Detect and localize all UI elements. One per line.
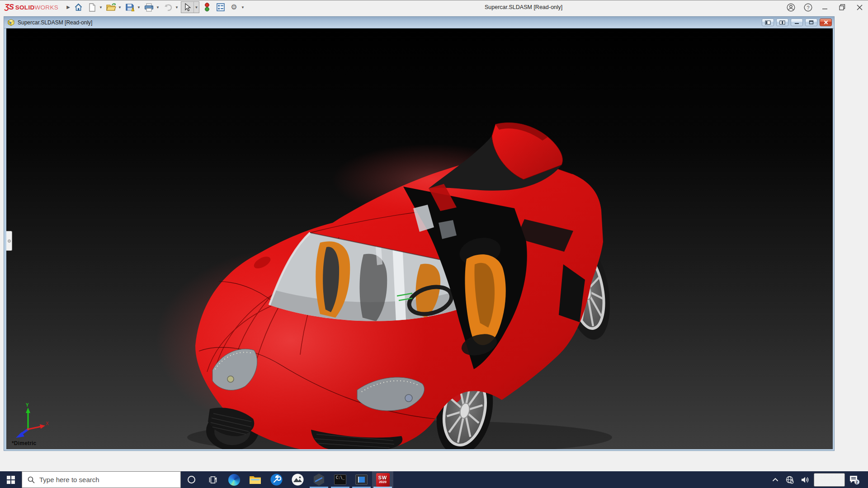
close-button[interactable] xyxy=(851,0,868,14)
save-button[interactable]: ! xyxy=(124,1,136,13)
options-dropdown[interactable]: ▼ xyxy=(240,1,245,13)
car-3d-model xyxy=(6,28,833,449)
volume-button[interactable] xyxy=(798,471,813,488)
edge-browser-icon xyxy=(228,474,240,486)
help-icon: ? xyxy=(804,3,812,12)
doc-restore-icon xyxy=(809,20,814,24)
view-orientation-label: *Dimetric xyxy=(12,440,37,446)
document-titlebar[interactable]: Supercar.SLDASM [Read-only] xyxy=(4,17,834,28)
right-pane-icon xyxy=(779,20,785,25)
restore-button[interactable] xyxy=(834,0,851,14)
restore-icon xyxy=(839,4,845,10)
svg-text:?: ? xyxy=(807,5,809,10)
new-document-button[interactable] xyxy=(86,1,98,13)
pane-handle-dot xyxy=(8,239,11,243)
home-icon xyxy=(74,3,83,11)
taskbar: C:\_ SW 2020 xyxy=(0,471,868,488)
help-button[interactable]: ? xyxy=(799,0,816,14)
select-cursor-icon xyxy=(184,3,191,11)
task-list-button[interactable] xyxy=(214,1,226,13)
taskbar-item-file-explorer[interactable] xyxy=(245,471,266,488)
taskbar-item-cortana[interactable] xyxy=(181,471,202,488)
rebuild-button[interactable] xyxy=(201,1,213,13)
taskbar-item-task-view[interactable] xyxy=(202,471,223,488)
toggle-left-pane-button[interactable] xyxy=(762,19,774,26)
svg-text:!: ! xyxy=(132,8,133,11)
app-titlebar: ƷS SOLIDWORKS ▶ xyxy=(0,0,868,14)
solidworks-logo: ƷS SOLIDWORKS xyxy=(0,0,58,14)
graphics-area[interactable]: Y X *Dimetric xyxy=(6,28,833,449)
undo-icon xyxy=(164,4,173,11)
network-button[interactable] xyxy=(783,471,797,488)
speaker-icon xyxy=(801,476,810,483)
taskbar-item-edge[interactable] xyxy=(223,471,245,488)
print-button[interactable] xyxy=(143,1,155,13)
account-icon xyxy=(787,3,795,12)
doc-minimize-button[interactable] xyxy=(791,19,803,26)
start-button[interactable] xyxy=(0,471,22,488)
taskbar-item-3d-viewer[interactable] xyxy=(308,471,330,488)
hidden-icons-button[interactable] xyxy=(769,471,782,488)
minimize-button[interactable] xyxy=(816,0,834,14)
media-app-icon xyxy=(355,474,368,485)
hexagon-app-icon xyxy=(313,474,325,486)
chevron-up-icon xyxy=(772,478,778,482)
taskbar-item-command-prompt[interactable]: C:\_ xyxy=(330,471,351,488)
task-view-icon xyxy=(208,476,218,484)
window-title: Supercar.SLDASM [Read-only] xyxy=(485,0,562,14)
clock[interactable]: 11:02 AM 9/16/2020 xyxy=(814,473,845,487)
network-globe-offline-icon xyxy=(786,476,794,484)
new-document-dropdown[interactable]: ▼ xyxy=(98,1,104,13)
screen: ƷS SOLIDWORKS ▶ xyxy=(0,0,868,488)
windows-logo-icon xyxy=(7,476,15,484)
taskbar-item-settings-tool[interactable] xyxy=(266,471,287,488)
search-input[interactable] xyxy=(39,476,161,483)
notifications-icon: 2 xyxy=(849,475,860,485)
print-icon xyxy=(144,3,154,12)
solidworks-logo-mark: ƷS xyxy=(5,3,14,12)
document-window: Supercar.SLDASM [Read-only] xyxy=(4,16,835,451)
taskbar-item-photos[interactable] xyxy=(287,471,308,488)
command-prompt-icon: C:\_ xyxy=(334,474,346,485)
left-pane-icon xyxy=(765,20,771,25)
toggle-right-pane-button[interactable] xyxy=(776,19,788,26)
home-button[interactable] xyxy=(72,1,85,13)
doc-restore-button[interactable] xyxy=(805,19,817,26)
file-explorer-icon xyxy=(249,475,261,485)
minimize-icon xyxy=(822,5,828,10)
cortana-icon xyxy=(188,476,195,483)
open-folder-icon xyxy=(106,3,116,11)
save-dropdown[interactable]: ▼ xyxy=(136,1,142,13)
search-icon xyxy=(28,476,35,483)
select-tool-group: ▼ xyxy=(181,1,199,13)
notification-badge: 2 xyxy=(856,480,858,484)
menu-expand-arrow-icon[interactable]: ▶ xyxy=(65,3,72,12)
system-tray: 11:02 AM 9/16/2020 2 xyxy=(769,471,868,488)
quick-access-toolbar: ▼ ▼ xyxy=(72,0,247,14)
photos-icon xyxy=(292,474,304,486)
reference-triad: Y X xyxy=(14,403,50,439)
open-button[interactable] xyxy=(105,1,117,13)
close-icon xyxy=(857,5,863,10)
triad-y-label: Y xyxy=(26,403,29,408)
collapsed-pane-handle[interactable] xyxy=(6,231,12,251)
document-title: Supercar.SLDASM [Read-only] xyxy=(18,19,92,26)
taskbar-search[interactable] xyxy=(22,471,181,488)
taskbar-item-solidworks[interactable]: SW 2020 xyxy=(372,471,393,488)
triad-x-label: X xyxy=(46,421,49,426)
select-tool-dropdown[interactable]: ▼ xyxy=(193,2,199,13)
options-button[interactable]: ⚙ xyxy=(228,1,240,13)
open-dropdown[interactable]: ▼ xyxy=(117,1,123,13)
doc-minimize-icon xyxy=(795,21,799,24)
tray-date: 9/16/2020 xyxy=(818,480,840,486)
notifications-button[interactable]: 2 xyxy=(846,471,863,488)
undo-dropdown[interactable]: ▼ xyxy=(174,1,179,13)
new-document-icon xyxy=(89,3,96,12)
document-window-controls xyxy=(762,19,832,26)
print-dropdown[interactable]: ▼ xyxy=(155,1,160,13)
doc-close-button[interactable] xyxy=(820,19,832,26)
select-tool-button[interactable] xyxy=(181,1,193,13)
taskbar-item-media-app[interactable] xyxy=(351,471,372,488)
account-button[interactable] xyxy=(782,0,799,14)
undo-button-disabled[interactable] xyxy=(162,1,174,13)
